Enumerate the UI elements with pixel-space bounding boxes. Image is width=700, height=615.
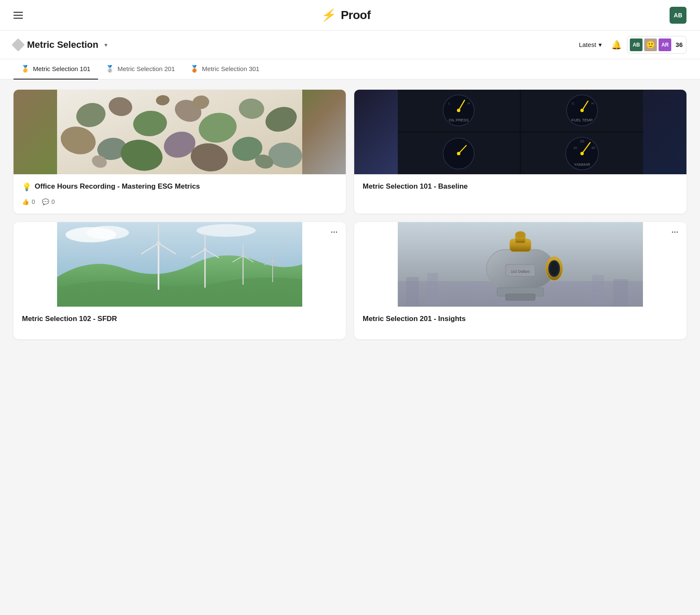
svg-text:H: H xyxy=(468,102,470,105)
notifications-bell-icon[interactable]: 🔔 xyxy=(611,40,622,50)
card-office-hours-actions: 👍 0 💬 0 xyxy=(22,198,337,205)
members-group[interactable]: AB 🙂 AR 36 xyxy=(627,36,686,54)
header-right: AB xyxy=(670,7,686,24)
card-baseline-image: OIL PRESS FUEL TEMP xyxy=(354,90,686,174)
card-insights-title-group: Metric Selection 201 - Insights xyxy=(363,314,678,324)
like-button[interactable]: 👍 0 xyxy=(22,198,35,205)
svg-point-41 xyxy=(580,152,584,155)
sort-button[interactable]: Latest ▾ xyxy=(574,38,606,51)
page-title: Metric Selection xyxy=(27,39,98,50)
svg-text:OIL PRESS: OIL PRESS xyxy=(448,118,468,122)
hamburger-menu-button[interactable] xyxy=(14,12,23,19)
subheader-left: Metric Selection ▾ xyxy=(14,39,107,50)
tab-301-label: Metric Selection 301 xyxy=(202,65,260,72)
like-count: 0 xyxy=(32,198,35,205)
logo-text: Proof xyxy=(341,8,371,22)
card-office-hours-image-wrapper xyxy=(14,90,346,174)
card-sfdr: ··· Metric Selection 102 - SFDR xyxy=(14,222,346,339)
svg-text:H: H xyxy=(591,102,594,105)
svg-rect-76 xyxy=(427,273,438,307)
dashboard-svg: OIL PRESS FUEL TEMP xyxy=(354,90,686,174)
card-insights-more-button[interactable]: ··· xyxy=(669,227,681,237)
svg-point-37 xyxy=(457,152,460,155)
card-baseline: OIL PRESS FUEL TEMP xyxy=(354,90,686,214)
card-sfdr-body: Metric Selection 102 - SFDR xyxy=(14,307,346,339)
card-sfdr-more-button[interactable]: ··· xyxy=(328,227,341,237)
like-icon: 👍 xyxy=(22,198,29,205)
card-sfdr-title-group: Metric Selection 102 - SFDR xyxy=(22,314,337,324)
tab-201-emoji: 🥈 xyxy=(106,65,114,73)
card-office-hours-image xyxy=(14,90,346,174)
tab-301-emoji: 🥉 xyxy=(190,65,199,73)
subheader-right: Latest ▾ 🔔 AB 🙂 AR 36 xyxy=(574,36,686,54)
windmills-svg xyxy=(14,222,346,307)
svg-point-85 xyxy=(515,231,525,238)
svg-point-27 xyxy=(457,109,460,112)
logo-icon: ⚡ xyxy=(320,8,338,22)
member-count: 36 xyxy=(675,41,683,48)
svg-rect-75 xyxy=(406,277,419,307)
card-baseline-image-wrapper: OIL PRESS FUEL TEMP xyxy=(354,90,686,174)
avatar-photo: 🙂 xyxy=(643,38,658,52)
tab-metric-selection-101[interactable]: 🥇 Metric Selection 101 xyxy=(14,59,98,80)
svg-text:L: L xyxy=(448,102,451,105)
svg-rect-89 xyxy=(506,294,535,300)
svg-text:C: C xyxy=(572,102,574,105)
svg-text:1x2 Dollars: 1x2 Dollars xyxy=(511,269,530,274)
user-avatar-header[interactable]: AB xyxy=(670,7,686,24)
card-baseline-title-group: Metric Selection 101 - Baseline xyxy=(363,182,678,192)
svg-rect-78 xyxy=(592,275,604,307)
card-office-hours-title-group: 💡 Office Hours Recording - Mastering ESG… xyxy=(22,182,337,192)
sort-chevron-icon: ▾ xyxy=(599,41,602,49)
svg-text:FUEL TEMP: FUEL TEMP xyxy=(571,118,593,122)
subheader: Metric Selection ▾ Latest ▾ 🔔 AB 🙂 AR 36 xyxy=(0,30,700,59)
tab-metric-selection-301[interactable]: 🥉 Metric Selection 301 xyxy=(183,59,267,80)
lightbulb-icon: 💡 xyxy=(22,182,31,192)
page-title-chevron-icon[interactable]: ▾ xyxy=(104,41,107,48)
card-sfdr-image-wrapper: ··· xyxy=(14,222,346,307)
svg-rect-77 xyxy=(613,279,628,307)
avatar-ar: AR xyxy=(658,38,672,52)
comment-button[interactable]: 💬 0 xyxy=(42,198,55,205)
rocks-svg xyxy=(14,90,346,174)
card-sfdr-title: Metric Selection 102 - SFDR xyxy=(22,314,117,324)
svg-text:30: 30 xyxy=(591,146,595,150)
tabs-bar: 🥇 Metric Selection 101 🥈 Metric Selectio… xyxy=(0,59,700,80)
card-office-hours-title: Office Hours Recording - Mastering ESG M… xyxy=(35,182,200,192)
cards-grid: 💡 Office Hours Recording - Mastering ESG… xyxy=(14,90,686,339)
card-insights-image: 1x2 Dollars xyxy=(354,222,686,307)
card-insights: 1x2 Dollars ··· Metric Selection 201 - I… xyxy=(354,222,686,339)
tab-101-label: Metric Selection 101 xyxy=(33,65,90,72)
card-sfdr-image xyxy=(14,222,346,307)
sort-label: Latest xyxy=(579,41,596,48)
tab-201-label: Metric Selection 201 xyxy=(118,65,175,72)
avatar-list: AB 🙂 AR xyxy=(629,38,672,52)
card-insights-title: Metric Selection 201 - Insights xyxy=(363,314,466,324)
comment-count: 0 xyxy=(52,198,55,205)
svg-text:10: 10 xyxy=(573,146,577,150)
avatar-ab: AB xyxy=(629,38,643,52)
svg-point-52 xyxy=(87,226,129,239)
card-baseline-title: Metric Selection 101 - Baseline xyxy=(363,182,468,192)
card-insights-body: Metric Selection 201 - Insights xyxy=(354,307,686,339)
comment-icon: 💬 xyxy=(42,198,49,205)
app-header: ⚡ Proof AB xyxy=(0,0,700,30)
svg-text:20: 20 xyxy=(580,139,584,143)
tab-101-emoji: 🥇 xyxy=(21,65,30,73)
card-baseline-body: Metric Selection 101 - Baseline xyxy=(354,174,686,207)
svg-point-82 xyxy=(550,262,558,275)
card-insights-image-wrapper: 1x2 Dollars ··· xyxy=(354,222,686,307)
card-office-hours: 💡 Office Hours Recording - Mastering ESG… xyxy=(14,90,346,214)
telescope-svg: 1x2 Dollars xyxy=(354,222,686,307)
channel-icon xyxy=(11,38,25,51)
header-left xyxy=(14,12,23,19)
tab-metric-selection-201[interactable]: 🥈 Metric Selection 201 xyxy=(98,59,183,80)
app-logo: ⚡ Proof xyxy=(322,8,371,22)
card-office-hours-body: 💡 Office Hours Recording - Mastering ESG… xyxy=(14,174,346,214)
svg-point-32 xyxy=(580,109,584,112)
main-content: 💡 Office Hours Recording - Mastering ESG… xyxy=(0,80,700,615)
svg-text:YANMAR: YANMAR xyxy=(574,162,590,167)
